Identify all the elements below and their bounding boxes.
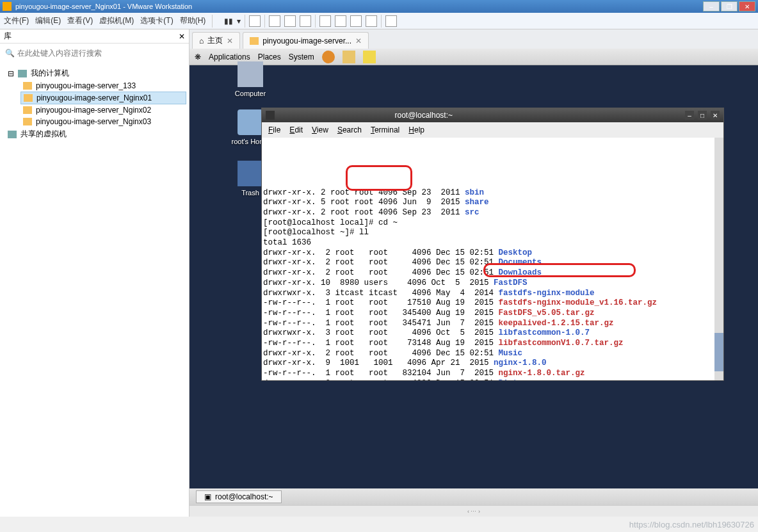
tree-label: pinyougou-image-server_Nginx03 [36, 117, 151, 126]
sidebar: 库 ✕ 🔍 ⊟ 我的计算机 pinyougou-image-server_133… [0, 29, 190, 517]
desktop-computer[interactable]: Computer [225, 61, 276, 97]
gnome-taskbar: ▣ root@localhost:~ [190, 488, 758, 505]
task-terminal[interactable]: ▣ root@localhost:~ [196, 490, 282, 503]
firefox-icon[interactable] [322, 51, 335, 63]
terminal-line: drwxr-xr-x. 9 1001 1001 4096 Apr 21 2015… [263, 359, 722, 369]
tree-label: pinyougou-image-server_Nginx02 [36, 106, 151, 115]
term-menu-file[interactable]: File [268, 125, 280, 134]
menu-view[interactable]: 查看(V) [67, 15, 93, 26]
notes-icon[interactable] [363, 51, 376, 63]
search-icon: 🔍 [5, 49, 15, 58]
clock-icon[interactable] [284, 15, 296, 27]
terminal-line: drwxr-xr-x. 2 root root 4096 Dec 15 02:5… [263, 248, 722, 259]
terminal-line: -rw-r--r--. 1 root root 832104 Jun 7 201… [263, 369, 722, 379]
terminal-line: drwxr-xr-x. 2 root root 4096 Dec 15 02:5… [263, 258, 722, 268]
close-icon[interactable]: ✕ [711, 111, 720, 120]
maximize-icon[interactable]: □ [698, 111, 707, 120]
tab-vm[interactable]: pinyougou-image-server... ✕ [243, 32, 369, 49]
menu-tabs[interactable]: 选项卡(T) [140, 15, 173, 26]
term-menu-search[interactable]: Search [337, 125, 362, 134]
terminal-line: drwxr-xr-x. 2 root root 4096 Dec 15 02:5… [263, 379, 722, 380]
tree-label: pinyougou-image-server_Nginx01 [36, 93, 152, 102]
layout-icon[interactable] [319, 15, 331, 27]
tree-label: pinyougou-image-server_133 [36, 81, 136, 90]
terminal-icon: ▣ [204, 492, 211, 501]
tabs: ⌂ 主页 ✕ pinyougou-image-server... ✕ [190, 29, 758, 49]
distro-icon: ❋ [195, 52, 201, 61]
task-label: root@localhost:~ [215, 492, 273, 501]
tree-root-mycomputer[interactable]: ⊟ 我的计算机 [5, 67, 186, 80]
term-menu-terminal[interactable]: Terminal [371, 125, 399, 134]
folder-icon [238, 109, 263, 135]
term-menu-view[interactable]: View [312, 125, 328, 134]
sidebar-close-icon[interactable]: ✕ [179, 32, 185, 41]
tree-vm[interactable]: pinyougou-image-server_133 [20, 80, 186, 92]
terminal-line: [root@localhost ~]# ll [263, 228, 722, 238]
scrollbar-thumb[interactable] [714, 333, 723, 371]
terminal-icon [266, 111, 275, 120]
terminal-line: drwxr-xr-x. 10 8980 users 4096 Oct 5 201… [263, 278, 722, 289]
terminal-titlebar[interactable]: root@localhost:~ – □ ✕ [262, 108, 723, 122]
terminal-menubar: File Edit View Search Terminal Help [262, 122, 723, 138]
menu-edit[interactable]: 编辑(E) [35, 15, 61, 26]
host-icon [18, 70, 27, 77]
terminal-line: -rw-r--r--. 1 root root 17510 Aug 19 201… [263, 298, 722, 309]
separator [264, 15, 265, 28]
terminal-window: root@localhost:~ – □ ✕ File Edit View Se… [261, 108, 724, 381]
guest-desktop[interactable]: ❋ Applications Places System Computer ro… [190, 49, 758, 505]
terminal-line: -rw-r--r--. 1 root root 73148 Aug 19 201… [263, 339, 722, 349]
trash-icon [238, 161, 263, 186]
maximize-button[interactable]: ❐ [721, 1, 738, 12]
terminal-line: drwxr-xr-x. 2 root root 4096 Sep 23 2011… [263, 188, 722, 198]
menu-file[interactable]: 文件(F) [4, 15, 29, 26]
term-menu-help[interactable]: Help [408, 125, 424, 134]
close-icon[interactable]: ✕ [227, 36, 233, 45]
fullscreen-icon[interactable] [366, 15, 377, 27]
vm-icon [23, 106, 32, 114]
terminal-line: drwxr-xr-x. 2 root root 4096 Dec 15 02:5… [263, 349, 722, 359]
hscrollbar[interactable]: ‹ ⋯ › [190, 505, 758, 517]
minimize-button[interactable]: – [703, 1, 720, 12]
close-icon[interactable]: ✕ [355, 36, 362, 45]
tab-label: 主页 [207, 35, 223, 46]
menu-vm[interactable]: 虚拟机(M) [99, 15, 134, 26]
layout-icon[interactable] [335, 15, 346, 27]
window-titlebar: pinyougou-image-server_Nginx01 - VMware … [0, 0, 758, 13]
unity-icon[interactable] [385, 15, 397, 27]
close-button[interactable]: ✕ [739, 1, 755, 12]
window-title: pinyougou-image-server_Nginx01 - VMware … [15, 3, 192, 10]
separator [212, 15, 213, 28]
tree-vm[interactable]: pinyougou-image-server_Nginx02 [20, 104, 186, 116]
minimize-icon[interactable]: – [685, 111, 694, 120]
tab-home[interactable]: ⌂ 主页 ✕ [192, 32, 240, 49]
menu-system[interactable]: System [289, 52, 314, 61]
play-dropdown-icon[interactable]: ▾ [237, 17, 241, 26]
menu-help[interactable]: 帮助(H) [180, 15, 206, 26]
snapshot-icon[interactable] [249, 15, 261, 27]
pause-icon[interactable]: ▮▮ [224, 17, 233, 26]
toolbar: ▮▮ ▾ [224, 15, 397, 28]
computer-icon [238, 61, 263, 87]
terminal-line: -rw-r--r--. 1 root root 345400 Aug 19 20… [263, 309, 722, 319]
terminal-line: total 1636 [263, 238, 722, 248]
search-input[interactable] [15, 46, 184, 60]
shared-icon [8, 131, 17, 138]
tree-vm[interactable]: pinyougou-image-server_Nginx03 [20, 116, 186, 127]
separator [315, 15, 316, 28]
layout-icon[interactable] [350, 15, 362, 27]
clock-icon[interactable] [300, 15, 311, 27]
terminal-line: drwxrwxr-x. 3 itcast itcast 4096 May 4 2… [263, 289, 722, 299]
scrollbar[interactable] [714, 138, 723, 380]
menu-places[interactable]: Places [258, 52, 281, 61]
tree-label: 共享的虚拟机 [20, 129, 67, 140]
files-icon[interactable] [343, 51, 355, 63]
tree-vm[interactable]: pinyougou-image-server_Nginx01 [20, 92, 186, 104]
vm-icon [23, 82, 32, 90]
clock-icon[interactable] [269, 15, 280, 27]
term-menu-edit[interactable]: Edit [289, 125, 303, 134]
watermark: https://blog.csdn.net/lbh19630726 [629, 520, 754, 529]
app-icon [3, 2, 12, 11]
menu-applications[interactable]: Applications [209, 52, 250, 61]
tree-shared[interactable]: 共享的虚拟机 [5, 127, 186, 141]
terminal-body[interactable]: drwxr-xr-x. 2 root root 4096 Sep 23 2011… [262, 138, 723, 380]
